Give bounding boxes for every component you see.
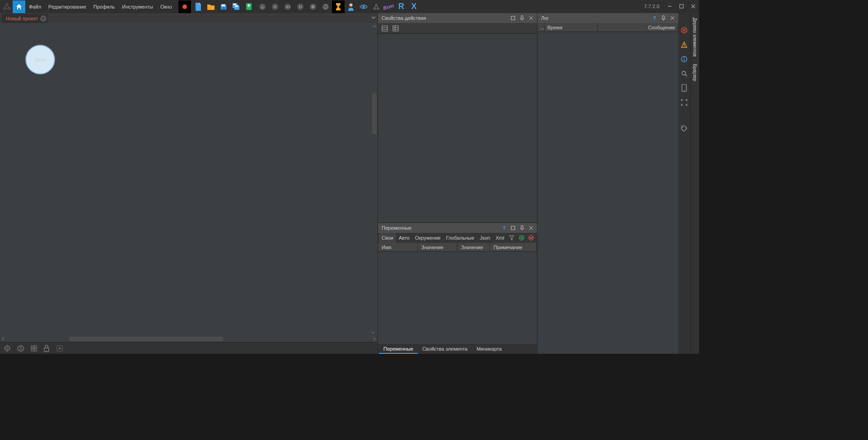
restart-button[interactable] (319, 0, 332, 13)
edge-tab-browser[interactable]: Браузер (692, 62, 697, 83)
vars-tab-env[interactable]: Окружение (412, 233, 443, 243)
canvas[interactable]: Start (0, 23, 378, 336)
start-node[interactable]: Start (25, 45, 55, 74)
vars-add-icon[interactable] (517, 233, 527, 243)
log-search-icon[interactable] (680, 69, 689, 78)
bottom-tab-element-props[interactable]: Свойства элемента (418, 344, 472, 354)
step-into-button[interactable] (256, 0, 269, 13)
log-help-icon[interactable]: ? (650, 14, 658, 22)
variables-body (378, 252, 537, 344)
record-button[interactable] (178, 0, 191, 13)
home-button[interactable] (13, 0, 25, 13)
tab-close-icon[interactable]: ✕ (40, 15, 47, 22)
vars-tab-own[interactable]: Свои (379, 233, 396, 243)
main-editor-area: Новый проект ✕ Start (0, 13, 378, 354)
vars-tab-xml[interactable]: Xml (493, 233, 507, 243)
bottom-tab-variables[interactable]: Переменные (379, 344, 418, 354)
svg-rect-44 (393, 26, 398, 31)
log-pin-icon[interactable] (659, 14, 667, 22)
props-view-alpha-icon[interactable] (392, 24, 400, 32)
log-warning-icon[interactable] (680, 40, 689, 49)
panel-close-icon[interactable] (527, 14, 535, 22)
svg-point-13 (297, 4, 303, 10)
window-maximize-button[interactable] (676, 0, 687, 13)
panel-pin-icon[interactable] (518, 14, 526, 22)
svg-point-2 (8, 8, 10, 10)
vars-help-icon[interactable]: ? (500, 224, 508, 232)
nodes-button[interactable] (370, 0, 383, 13)
vars-col-name[interactable]: Имя (378, 243, 418, 251)
scroll-down-icon[interactable] (371, 329, 375, 336)
log-col-msg[interactable]: Сообщение (598, 23, 678, 32)
menu-edit[interactable]: Редактирование (45, 0, 90, 13)
scroll-up-icon[interactable] (371, 23, 378, 29)
svg-point-61 (682, 127, 683, 128)
vertical-scrollbar[interactable] (371, 23, 378, 336)
lock-icon[interactable] (43, 345, 50, 352)
vars-col-note[interactable]: Примечание (490, 243, 537, 251)
vars-col-value[interactable]: Значение (418, 243, 457, 251)
boom-button[interactable]: Bom (383, 0, 395, 13)
save-all-button[interactable] (230, 0, 243, 13)
vars-close-icon[interactable] (527, 224, 535, 232)
tab-dropdown-icon[interactable] (370, 14, 377, 21)
user-status-icon[interactable] (17, 345, 24, 352)
scroll-thumb[interactable] (372, 93, 377, 134)
r-button[interactable]: R (395, 0, 408, 13)
user-button[interactable] (345, 0, 357, 13)
props-view-category-icon[interactable] (381, 24, 389, 32)
new-file-button[interactable] (192, 0, 205, 13)
svg-point-26 (5, 346, 10, 351)
pause-button[interactable] (294, 0, 307, 13)
scroll-right-icon[interactable] (371, 337, 378, 341)
fit-icon[interactable] (56, 345, 63, 352)
vars-filter-icon[interactable] (507, 233, 517, 243)
export-button[interactable] (243, 0, 255, 13)
log-close-icon[interactable] (668, 14, 677, 22)
window-minimize-button[interactable] (664, 0, 676, 13)
vars-tab-auto[interactable]: Авто (396, 233, 412, 243)
x-button[interactable]: X (408, 0, 420, 13)
log-tag-icon[interactable] (680, 124, 689, 133)
log-col-ellipsis[interactable]: ... (537, 23, 545, 32)
vars-popout-icon[interactable] (509, 224, 517, 232)
scroll-thumb-h[interactable] (70, 337, 223, 341)
save-button[interactable] (217, 0, 230, 13)
vars-col-value-p[interactable]: Значение п... (457, 243, 490, 251)
grid-icon[interactable] (31, 345, 37, 352)
play-button[interactable] (269, 0, 281, 13)
vars-tab-global[interactable]: Глобальные (443, 233, 477, 243)
scroll-left-icon[interactable] (0, 337, 6, 341)
window-close-button[interactable] (687, 0, 699, 13)
eye-button[interactable] (357, 0, 370, 13)
svg-rect-6 (233, 4, 236, 5)
gear-icon[interactable] (4, 345, 11, 352)
step-over-button[interactable] (281, 0, 294, 13)
svg-point-3 (182, 5, 187, 9)
vars-tab-json[interactable]: Json (477, 233, 493, 243)
svg-rect-38 (44, 348, 49, 352)
menu-window[interactable]: Окно (157, 0, 176, 13)
vars-pin-icon[interactable] (518, 224, 526, 232)
menu-file[interactable]: Файл (25, 0, 45, 13)
edge-tab-tree[interactable]: Дерево элементов (692, 16, 697, 59)
menu-profile[interactable]: Профиль (90, 0, 119, 13)
panel-popout-icon[interactable] (509, 14, 517, 22)
log-error-icon[interactable] (680, 26, 689, 35)
project-tab[interactable]: Новый проект ✕ (1, 14, 48, 23)
log-device-icon[interactable] (680, 83, 689, 93)
horizontal-scrollbar[interactable] (0, 336, 378, 342)
stop-button[interactable] (307, 0, 319, 13)
log-info-icon[interactable] (680, 55, 689, 64)
variables-tabs: Свои Авто Окружение Глобальные Json Xml (378, 233, 537, 243)
document-tab-row: Новый проект ✕ (0, 13, 378, 23)
bottom-tab-minimap[interactable]: Миникарта (472, 344, 506, 354)
open-folder-button[interactable] (205, 0, 217, 13)
menu-tools[interactable]: Инструменты (118, 0, 157, 13)
scroll-track-h[interactable] (6, 336, 371, 342)
timer-button[interactable] (332, 0, 345, 13)
scroll-track[interactable] (371, 29, 378, 329)
log-col-time[interactable]: Время (545, 23, 598, 32)
log-fullscreen-icon[interactable] (680, 98, 689, 107)
vars-dropdown-icon[interactable] (526, 233, 536, 243)
